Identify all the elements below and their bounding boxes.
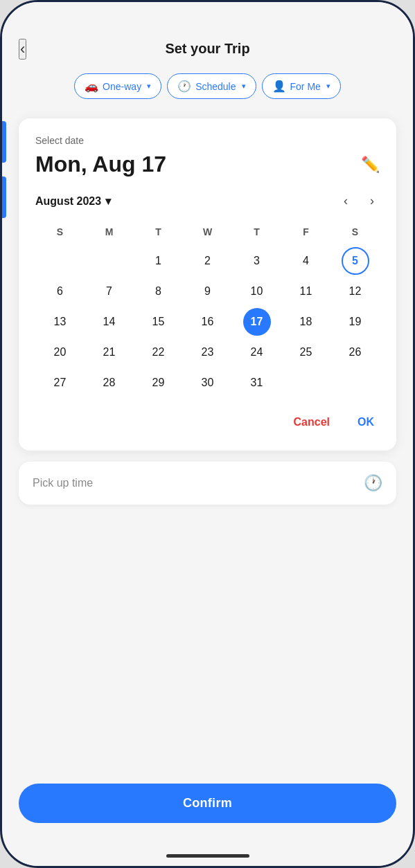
day-cell-23[interactable]: 23 (194, 338, 222, 366)
month-text: August 2023 (35, 195, 101, 208)
month-nav: August 2023 ▾ ‹ › (35, 191, 380, 211)
day-cell-24[interactable]: 24 (243, 338, 271, 366)
day-cell-1[interactable]: 1 (145, 247, 173, 275)
next-month-button[interactable]: › (364, 191, 380, 211)
for-me-chevron: ▾ (326, 82, 330, 91)
day-header-tue: T (134, 222, 183, 242)
day-header-mon: M (85, 222, 134, 242)
main-content: Select date Mon, Aug 17 ✏️ August 2023 ▾… (2, 107, 413, 772)
cancel-button[interactable]: Cancel (288, 410, 335, 434)
day-cell-27[interactable]: 27 (46, 369, 74, 397)
day-cell-empty (292, 369, 320, 397)
calendar-card: Select date Mon, Aug 17 ✏️ August 2023 ▾… (19, 118, 396, 451)
day-cell-empty (96, 247, 123, 275)
month-chevron: ▾ (105, 195, 111, 208)
select-date-label: Select date (35, 135, 380, 146)
prev-month-button[interactable]: ‹ (338, 191, 353, 211)
left-accent-1 (2, 121, 6, 163)
clock-icon: 🕐 (177, 80, 191, 93)
day-cell-6[interactable]: 6 (46, 278, 74, 305)
day-cell-empty (46, 247, 74, 275)
status-bar (2, 2, 413, 33)
day-header-fri: F (281, 222, 330, 242)
home-bar (166, 854, 249, 858)
day-cell-13[interactable]: 13 (46, 308, 74, 336)
day-header-thu: T (232, 222, 281, 242)
one-way-label: One-way (103, 81, 141, 92)
day-cell-4[interactable]: 4 (292, 247, 320, 275)
selected-date-text: Mon, Aug 17 (35, 152, 166, 177)
confirm-section: Confirm (2, 772, 413, 845)
day-header-sat: S (330, 222, 380, 242)
schedule-chevron: ▾ (242, 82, 246, 91)
day-cell-11[interactable]: 11 (292, 278, 320, 305)
trip-options-bar: 🚗 One-way ▾ 🕐 Schedule ▾ 👤 For Me ▾ (2, 65, 413, 107)
car-icon: 🚗 (85, 80, 98, 93)
day-cell-25[interactable]: 25 (292, 338, 320, 366)
edit-icon[interactable]: ✏️ (361, 156, 380, 174)
day-cell-30[interactable]: 30 (194, 369, 222, 397)
left-accent-2 (2, 177, 6, 218)
day-cell-12[interactable]: 12 (342, 278, 369, 305)
person-icon: 👤 (272, 80, 286, 93)
one-way-option[interactable]: 🚗 One-way ▾ (74, 73, 161, 99)
day-cell-9[interactable]: 9 (194, 278, 222, 305)
schedule-label: Schedule (195, 81, 236, 92)
day-cell-26[interactable]: 26 (342, 338, 369, 366)
day-cell-22[interactable]: 22 (145, 338, 173, 366)
calendar-actions: Cancel OK (35, 410, 380, 434)
day-cell-17[interactable]: 17 (243, 308, 271, 336)
month-nav-arrows: ‹ › (338, 191, 380, 211)
day-header-sun: S (35, 222, 85, 242)
day-cell-18[interactable]: 18 (292, 308, 320, 336)
for-me-option[interactable]: 👤 For Me ▾ (262, 73, 341, 99)
page-title: Set your Trip (165, 41, 249, 57)
day-cell-29[interactable]: 29 (145, 369, 173, 397)
day-cell-empty (342, 369, 369, 397)
day-cell-20[interactable]: 20 (46, 338, 74, 366)
month-label[interactable]: August 2023 ▾ (35, 195, 111, 208)
day-cell-3[interactable]: 3 (243, 247, 271, 275)
days-grid: 1234567891011121314151617181920212223242… (35, 247, 380, 397)
day-cell-14[interactable]: 14 (96, 308, 123, 336)
pickup-time-card[interactable]: Pick up time 🕐 (19, 462, 396, 505)
schedule-option[interactable]: 🕐 Schedule ▾ (167, 73, 256, 99)
day-cell-19[interactable]: 19 (342, 308, 369, 336)
day-header-wed: W (183, 222, 232, 242)
home-indicator (2, 845, 413, 866)
day-cell-5[interactable]: 5 (342, 247, 369, 275)
day-cell-21[interactable]: 21 (96, 338, 123, 366)
for-me-label: For Me (290, 81, 321, 92)
day-cell-28[interactable]: 28 (96, 369, 123, 397)
confirm-button[interactable]: Confirm (19, 784, 396, 823)
day-cell-16[interactable]: 16 (194, 308, 222, 336)
back-button[interactable]: ‹ (19, 39, 26, 60)
day-cell-31[interactable]: 31 (243, 369, 271, 397)
calendar-grid: S M T W T F S 12345678910111213141516171… (35, 222, 380, 397)
day-cell-10[interactable]: 10 (243, 278, 271, 305)
ok-button[interactable]: OK (352, 410, 380, 434)
day-cell-15[interactable]: 15 (145, 308, 173, 336)
day-cell-8[interactable]: 8 (145, 278, 173, 305)
pickup-clock-icon: 🕐 (364, 474, 382, 492)
pickup-time-label: Pick up time (33, 477, 93, 489)
one-way-chevron: ▾ (147, 82, 151, 91)
day-cell-2[interactable]: 2 (194, 247, 222, 275)
header: ‹ Set your Trip (2, 33, 413, 65)
selected-date-row: Mon, Aug 17 ✏️ (35, 152, 380, 177)
day-headers: S M T W T F S (35, 222, 380, 242)
day-cell-7[interactable]: 7 (96, 278, 123, 305)
